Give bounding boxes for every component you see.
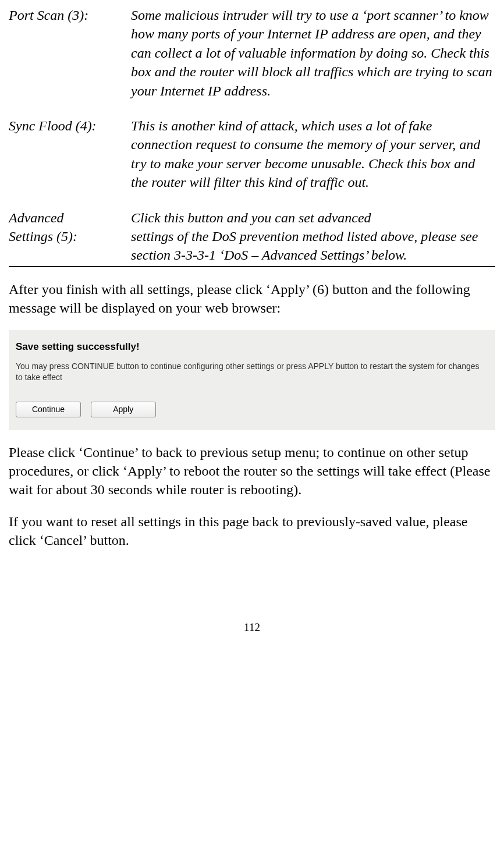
port-scan-text: Some malicious intruder will try to use … [131,6,495,100]
definitions-table: Port Scan (3): Some malicious intruder w… [9,6,495,267]
adv-settings-text-1: Click this button and you can set advanc… [131,208,495,227]
continue-button[interactable]: Continue [16,402,81,417]
dialog-title: Save setting successfully! [16,341,488,354]
port-scan-label: Port Scan (3): [9,6,131,100]
save-dialog: Save setting successfully! You may press… [9,330,495,430]
dialog-message: You may press CONTINUE button to continu… [16,361,488,383]
page-number: 112 [9,620,495,635]
sync-flood-label: Sync Flood (4): [9,116,131,192]
apply-button[interactable]: Apply [91,402,156,417]
adv-settings-text-2: settings of the DoS prevention method li… [131,227,495,267]
adv-settings-label-1: Advanced [9,208,131,227]
adv-settings-label-2: Settings (5): [9,227,131,267]
sync-flood-text: This is another kind of attack, which us… [131,116,495,192]
paragraph-cancel-instruction: If you want to reset all settings in thi… [9,512,495,550]
paragraph-continue-instruction: Please click ‘Continue’ to back to previ… [9,443,495,499]
paragraph-apply-instruction: After you finish with all settings, plea… [9,280,495,318]
